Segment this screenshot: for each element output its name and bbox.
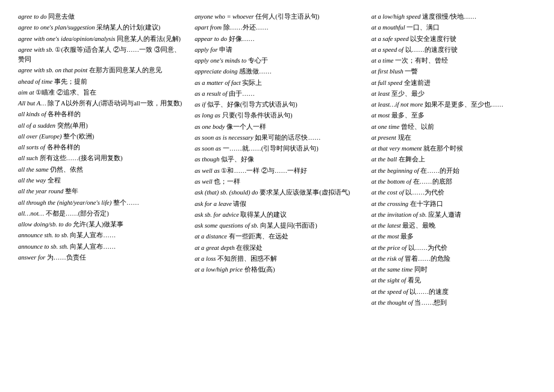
entry-chinese: 最多 bbox=[400, 233, 414, 240]
list-item: all kinds of 各种各样的 bbox=[18, 110, 182, 119]
entry-english: at the latest bbox=[372, 222, 401, 229]
entry-english: agree with one's idea/opinion/analysis bbox=[18, 36, 115, 42]
entry-chinese: 事先；提前 bbox=[54, 78, 87, 85]
column-1: agree to do 同意去做agree to one's plan/sugg… bbox=[18, 12, 182, 308]
entry-chinese: 以安全速度行驶 bbox=[410, 36, 456, 42]
entry-english: all the way bbox=[18, 177, 46, 184]
entry-english: all the year round bbox=[18, 188, 63, 194]
column-2: anyone who = whoever 任何人(引导主语从句)apart fr… bbox=[195, 12, 359, 308]
entry-chinese: 除了A以外所有人(谓语动词与all一致，用复数) bbox=[48, 100, 182, 107]
list-item: ask sb. for advice 取得某人的建议 bbox=[195, 210, 359, 220]
list-item: at present 现在 bbox=[372, 133, 536, 143]
entry-english: apart from bbox=[195, 24, 222, 31]
entry-chinese: 有一些距离、在远处 bbox=[229, 233, 288, 240]
entry-chinese: 最迟、最晚 bbox=[402, 222, 435, 229]
list-item: at the cost of 以……为代价 bbox=[372, 188, 536, 198]
entry-chinese: 就在那个时候 bbox=[423, 145, 463, 152]
entry-chinese: 以……为代价 bbox=[405, 189, 444, 196]
entry-english: as if bbox=[195, 101, 205, 108]
entry-english: appear to do bbox=[195, 36, 227, 42]
list-item: at the most 最多 bbox=[372, 232, 536, 241]
entry-english: as well bbox=[195, 178, 212, 185]
list-item: at most 最多、至多 bbox=[372, 111, 536, 120]
entry-english: at a great depth bbox=[195, 244, 234, 251]
list-item: at first blush 一瞥 bbox=[372, 67, 536, 76]
entry-chinese: 曾经、以前 bbox=[401, 123, 434, 130]
entry-english: all through the (night/year/one's life) bbox=[18, 199, 111, 206]
list-item: as well 也；一样 bbox=[195, 177, 359, 187]
entry-english: as soon as is necessary bbox=[195, 134, 253, 141]
entry-chinese: 整年 bbox=[65, 188, 78, 194]
entry-english: all kinds of bbox=[18, 111, 46, 117]
entry-chinese: 在舞会上 bbox=[399, 156, 425, 163]
entry-english: anyone who = whoever bbox=[195, 13, 254, 20]
entry-chinese: 冒着……的危险 bbox=[405, 255, 450, 262]
entry-chinese: 请假 bbox=[233, 201, 246, 207]
list-item: at a mouthful 一口、满口 bbox=[372, 23, 536, 33]
entry-english: as though bbox=[195, 156, 219, 163]
entry-chinese: 由于…… bbox=[229, 90, 255, 97]
entry-english: at the invitation of sb. bbox=[372, 211, 427, 218]
entry-chinese: 只要(引导条件状语从句) bbox=[222, 112, 293, 119]
list-item: agree with sb. ①(衣服等)适合某人 ②与……一致 ③同意、赞同 bbox=[18, 45, 182, 65]
entry-english: at present bbox=[372, 134, 396, 141]
entry-english: all over (Europe) bbox=[18, 133, 62, 140]
entry-chinese: 当……想到 bbox=[414, 299, 447, 306]
list-item: at the invitation of sb. 应某人邀请 bbox=[372, 210, 536, 220]
list-item: at the bottom of 在……的底部 bbox=[372, 177, 536, 187]
list-item: as well as ①和……一样 ②与……一样好 bbox=[195, 166, 359, 176]
list-item: as one body 像一个人一样 bbox=[195, 122, 359, 132]
entry-english: agree with sb. bbox=[18, 46, 54, 53]
list-item: ask some questions of sb. 向某人提问(书面语) bbox=[195, 221, 359, 231]
entry-chinese: 一……就……(引导时间状语从句) bbox=[223, 145, 319, 152]
list-item: appear to do 好像…… bbox=[195, 34, 359, 44]
entry-chinese: 似乎、好像 bbox=[221, 156, 254, 163]
entry-chinese: 整个(欧洲) bbox=[63, 133, 94, 140]
entry-chinese: 以……为代价 bbox=[408, 244, 447, 251]
entry-english: at the risk of bbox=[372, 255, 403, 262]
entry-chinese: 看见 bbox=[408, 277, 421, 284]
entry-chinese: 向某人宣布…… bbox=[70, 232, 116, 238]
entry-english: at most bbox=[372, 112, 390, 119]
entry-english: ahead of time bbox=[18, 78, 52, 85]
entry-english: as one body bbox=[195, 123, 225, 130]
entry-chinese: 一瞥 bbox=[405, 68, 418, 75]
list-item: apply for 申请 bbox=[195, 45, 359, 55]
entry-english: at the crossing bbox=[372, 201, 408, 207]
list-item: at one time 曾经、以前 bbox=[372, 122, 536, 132]
list-item: as long as 只要(引导条件状语从句) bbox=[195, 111, 359, 120]
entry-english: agree to do bbox=[18, 13, 46, 20]
entry-english: ask for a leave bbox=[195, 201, 232, 207]
entry-chinese: 所有这些……(接名词用复数) bbox=[40, 155, 123, 161]
entry-chinese: 以……的速度 bbox=[409, 288, 449, 295]
entry-chinese: 突然(单用) bbox=[57, 122, 88, 129]
list-item: answer for 为……负责任 bbox=[18, 253, 182, 263]
list-item: at the thought of 当……想到 bbox=[372, 298, 536, 308]
entry-english: appreciate doing bbox=[195, 68, 237, 75]
entry-chinese: 同意某人的看法(见解) bbox=[117, 36, 181, 42]
entry-chinese: 也；一样 bbox=[214, 178, 240, 185]
list-item: at a speed of 以……的速度行驶 bbox=[372, 45, 536, 55]
entry-english: at the cost of bbox=[372, 189, 404, 196]
entry-english: as soon as bbox=[195, 145, 221, 152]
list-item: at the same time 同时 bbox=[372, 265, 536, 275]
entry-english: at a low/high speed bbox=[372, 13, 421, 20]
list-item: apply one's minds to 专心于 bbox=[195, 56, 359, 66]
entry-chinese: 取得某人的建议 bbox=[240, 211, 287, 218]
entry-english: at the ball bbox=[372, 156, 397, 163]
entry-english: all sorts of bbox=[18, 144, 45, 151]
entry-chinese: ①瞄准 ②追求、旨在 bbox=[36, 89, 96, 96]
entry-english: at a low/high price bbox=[195, 266, 243, 273]
entry-chinese: 至少、最少 bbox=[391, 90, 425, 97]
entry-chinese: 好像…… bbox=[229, 36, 255, 42]
entry-english: at the beginning of bbox=[372, 167, 419, 174]
entry-english: at least…if not more bbox=[372, 101, 423, 108]
entry-chinese: 以……的速度行驶 bbox=[405, 46, 458, 53]
entry-chinese: 在那方面同意某人的意见 bbox=[89, 67, 162, 73]
entry-english: at a mouthful bbox=[372, 24, 405, 31]
entry-english: all such bbox=[18, 155, 38, 161]
list-item: at a loss 不知所措、困惑不解 bbox=[195, 254, 359, 264]
list-item: at least 至少、最少 bbox=[372, 89, 536, 99]
list-item: agree to one's plan/suggestion 采纳某人的计划(建… bbox=[18, 23, 182, 33]
entry-english: as a matter of fact bbox=[195, 79, 240, 86]
